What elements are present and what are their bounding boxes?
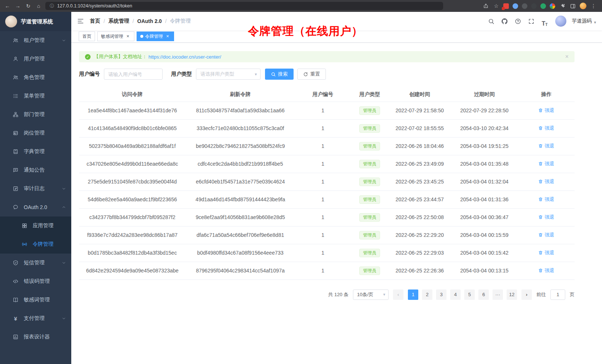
sidebar-item-role[interactable]: 角色管理 <box>0 68 71 87</box>
breadcrumb-item[interactable]: OAuth 2.0 <box>137 18 162 24</box>
cell-refresh-token: dfa6c71a50a54c66bef706ef9e6e8d81 <box>186 226 295 244</box>
extension-gray-icon[interactable] <box>531 3 537 9</box>
sidebar-item-report-designer[interactable]: 报表设计器 <box>0 328 71 346</box>
page-size-select[interactable]: 10条/页 ▾ <box>353 289 389 300</box>
bookmark-star-icon[interactable]: ☆ <box>493 3 500 9</box>
page-button-6[interactable]: 6 <box>478 289 489 300</box>
user-name[interactable]: 芋道源码 <box>572 18 592 24</box>
extension-dark-icon[interactable] <box>522 3 527 9</box>
sidebar-item-tenant[interactable]: 租户管理 <box>0 31 71 50</box>
sidebar-item-audit-log[interactable]: 审计日志 <box>0 179 71 198</box>
breadcrumb-item[interactable]: 系统管理 <box>108 18 129 24</box>
sidebar-item-oauth2-app[interactable]: 应用管理 <box>0 216 71 235</box>
sidebar-item-user[interactable]: 用户管理 <box>0 50 71 68</box>
user-avatar[interactable] <box>555 16 566 27</box>
search-icon[interactable] <box>485 16 497 27</box>
cell-expire-time: 2054-03-04 00:15:42 <box>451 244 518 262</box>
jump-page-input[interactable] <box>550 289 565 300</box>
jump-label: 前往 <box>536 291 546 298</box>
money-icon: ¥ <box>13 315 19 321</box>
reload-icon[interactable]: ↻ <box>24 2 32 10</box>
tab-close-icon[interactable]: × <box>125 34 131 39</box>
force-logout-button[interactable]: 强退 <box>538 232 554 238</box>
app-logo[interactable]: 芋道管理系统 <box>0 12 71 31</box>
sidebar-item-oauth2[interactable]: OAuth 2.0 <box>0 198 71 216</box>
tab-sensitive-word[interactable]: 敏感词管理× <box>97 32 134 41</box>
force-logout-button[interactable]: 强退 <box>538 125 554 132</box>
sidebar-item-sensitive-word[interactable]: 敏感词管理 <box>0 291 71 309</box>
address-bar[interactable]: ⓘ 127.0.0.1:1024/system/oauth2/token <box>45 2 443 10</box>
sidebar-item-error-code[interactable]: 错误码管理 <box>0 272 71 291</box>
tab-home[interactable]: 首页 <box>79 32 95 41</box>
sidebar-item-notice[interactable]: 通知公告 <box>0 161 71 179</box>
reset-button[interactable]: 重置 <box>297 69 326 80</box>
tree-icon <box>13 112 19 118</box>
page-ellipsis[interactable]: ··· <box>493 289 503 300</box>
delete-icon <box>538 232 543 237</box>
user-id-input[interactable] <box>104 69 163 80</box>
breadcrumb-separator: / <box>104 18 105 24</box>
force-logout-button[interactable]: 强退 <box>538 267 554 274</box>
page-button-5[interactable]: 5 <box>464 289 475 300</box>
sidebar-item-oauth2-token[interactable]: 令牌管理 <box>0 235 71 254</box>
user-type-tag: 管理员 <box>359 124 380 133</box>
user-menu-caret-icon[interactable]: ▾ <box>594 20 596 25</box>
extensions-puzzle-icon[interactable] <box>559 3 566 9</box>
browser-menu-icon[interactable]: ⋮ <box>590 3 597 9</box>
page-button-4[interactable]: 4 <box>450 289 461 300</box>
sidebar-item-dict[interactable]: 字典管理 <box>0 142 71 161</box>
extension-pinwheel-icon[interactable] <box>550 3 555 9</box>
tab-label: 首页 <box>82 33 91 40</box>
page-button-3[interactable]: 3 <box>436 289 446 300</box>
github-icon[interactable] <box>499 16 510 27</box>
cell-actions: 强退 <box>518 226 575 244</box>
force-logout-button[interactable]: 强退 <box>538 143 554 149</box>
sidebar-item-menu[interactable]: 菜单管理 <box>0 87 71 105</box>
cell-user-type: 管理员 <box>351 244 389 262</box>
force-logout-button[interactable]: 强退 <box>538 178 554 185</box>
sidebar-item-sms[interactable]: 短信管理 <box>0 254 71 272</box>
force-logout-button[interactable]: 强退 <box>538 196 554 203</box>
force-logout-button[interactable]: 强退 <box>538 161 554 167</box>
sidebar-item-post[interactable]: 岗位管理 <box>0 124 71 142</box>
user-type-select[interactable]: 请选择用户类型 ▾ <box>196 69 261 80</box>
sidebar-toggle-icon[interactable] <box>71 18 90 24</box>
page-button-1[interactable]: 1 <box>408 289 418 300</box>
extension-red-icon[interactable] <box>503 3 509 9</box>
fullscreen-icon[interactable] <box>526 16 537 27</box>
home-icon[interactable]: ⌂ <box>35 2 42 10</box>
alert-text: 【用户体系】文档地址： <box>94 53 147 60</box>
cell-access-token: 6d842e2924594de9a09e45e087323abe <box>79 262 186 279</box>
force-logout-button[interactable]: 强退 <box>538 249 554 256</box>
extension-green-icon[interactable] <box>540 3 546 9</box>
tab-close-icon[interactable]: × <box>165 34 170 39</box>
share-icon[interactable] <box>482 3 489 9</box>
page-button-12[interactable]: 12 <box>507 289 517 300</box>
search-button[interactable]: 搜索 <box>265 69 294 80</box>
side-panel-icon[interactable] <box>569 3 576 9</box>
tab-token[interactable]: 令牌管理× <box>137 32 174 41</box>
column-header: 用户编号 <box>295 88 351 102</box>
force-logout-button[interactable]: 强退 <box>538 214 554 221</box>
prev-page-button[interactable]: ‹ <box>393 289 403 300</box>
forward-icon[interactable]: → <box>14 2 22 10</box>
browser-profile-icon[interactable] <box>580 3 586 9</box>
alert-close-icon[interactable]: × <box>565 54 569 60</box>
site-info-icon[interactable]: ⓘ <box>50 3 54 9</box>
force-logout-label: 强退 <box>544 107 554 114</box>
font-size-icon[interactable]: TT <box>539 16 550 27</box>
next-page-button[interactable]: › <box>521 289 532 300</box>
sidebar-item-dept[interactable]: 部门管理 <box>0 105 71 124</box>
user-type-tag: 管理员 <box>359 142 380 150</box>
extension-blue-icon[interactable] <box>513 3 518 9</box>
user-type-tag: 管理员 <box>359 267 380 275</box>
help-icon[interactable] <box>512 16 523 27</box>
page-button-2[interactable]: 2 <box>422 289 432 300</box>
breadcrumb-item[interactable]: 首页 <box>90 18 100 24</box>
force-logout-button[interactable]: 强退 <box>538 107 554 114</box>
cell-actions: 强退 <box>518 262 575 279</box>
back-icon[interactable]: ← <box>4 2 11 10</box>
doc-link[interactable]: https://doc.iocoder.cn/user-center/ <box>148 54 221 60</box>
cell-expire-time: 2054-03-04 01:32:04 <box>451 173 518 191</box>
sidebar-item-pay[interactable]: ¥支付管理 <box>0 309 71 328</box>
